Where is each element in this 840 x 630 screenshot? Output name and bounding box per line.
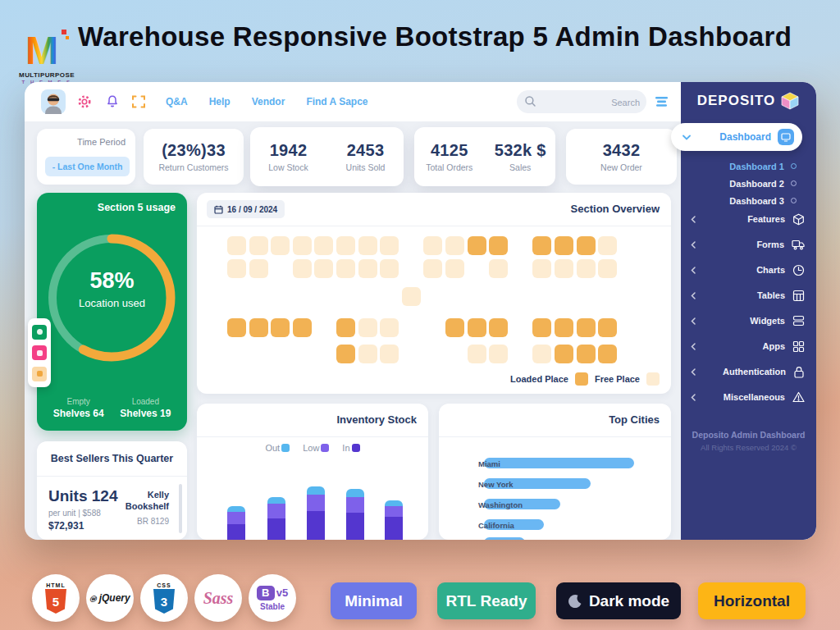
sidebar-item-charts[interactable]: Charts xyxy=(681,258,816,282)
grid-cell-free xyxy=(336,236,355,255)
dashboard-3-label: Dashboard 3 xyxy=(729,196,784,206)
inventory-segment-low xyxy=(385,506,403,517)
menu-lines-icon[interactable] xyxy=(655,96,669,107)
orders-sales-card: 4125 Total Orders 532k $ Sales xyxy=(414,127,555,186)
search-box xyxy=(517,90,646,113)
sidebar-item-forms[interactable]: Forms xyxy=(681,232,816,257)
grid-cell-loaded xyxy=(227,318,246,337)
inventory-segment-low xyxy=(346,497,364,513)
features-label: Features xyxy=(703,214,785,224)
sidebar-item-authentication[interactable]: Authentication xyxy=(681,359,816,384)
divider xyxy=(37,476,187,477)
sidebar-item-dashboard[interactable]: Dashboard xyxy=(671,123,802,151)
city-label: Dallas xyxy=(478,539,501,540)
apps-grid-icon xyxy=(792,340,805,353)
grid-cell-loaded xyxy=(271,318,290,337)
warning-triangle-icon xyxy=(792,391,805,403)
dark-mode-button[interactable]: Dark mode xyxy=(556,582,681,619)
grid-cell-loaded xyxy=(577,236,596,255)
loaded-label: Loaded xyxy=(120,397,171,406)
dashboard-2-label: Dashboard 2 xyxy=(729,179,784,189)
inventory-bar xyxy=(227,506,245,540)
jquery-logo: ⓦ jQuery xyxy=(89,592,130,604)
sidebar-item-dashboard-1[interactable]: Dashboard 1 xyxy=(681,158,816,175)
page-title: Warehouse Responsive Bootstrap 5 Admin D… xyxy=(78,21,792,52)
date-picker[interactable]: 16 / 09 / 2024 xyxy=(207,200,285,218)
rtl-ready-button[interactable]: RTL Ready xyxy=(437,582,536,619)
pink-tool-button[interactable] xyxy=(32,345,47,360)
lock-icon xyxy=(793,366,805,378)
grid-cell-free xyxy=(358,345,377,363)
grid-cell-free xyxy=(380,345,399,363)
nav-link-vendor[interactable]: Vendor xyxy=(252,96,285,107)
grid-cell-free xyxy=(445,236,464,255)
grid-cell-loaded xyxy=(598,345,617,363)
grid-cell-loaded xyxy=(577,318,596,337)
chevron-left-icon xyxy=(691,317,696,325)
sidebar-item-tables[interactable]: Tables xyxy=(681,283,816,308)
theme-mini-toolbar xyxy=(28,318,51,387)
notifications-bell-icon[interactable] xyxy=(105,94,120,109)
city-bar xyxy=(484,458,634,468)
legend-free-swatch xyxy=(646,372,660,386)
overview-legend: Loaded Place Free Place xyxy=(510,372,660,386)
sidebar-item-dashboard-2[interactable]: Dashboard 2 xyxy=(681,175,816,192)
date-text: 16 / 09 / 2024 xyxy=(227,205,277,214)
best-sellers-panel: Best Sellers This Quarter Units 124 per … xyxy=(37,441,187,540)
chevron-left-icon xyxy=(691,343,696,350)
grid-cell-loaded xyxy=(598,318,617,337)
grid-cell-free xyxy=(358,259,377,278)
grid-cell-free xyxy=(227,236,246,255)
sidebar-dashboard-label: Dashboard xyxy=(691,131,778,143)
nav-link-qa[interactable]: Q&A xyxy=(166,96,188,107)
grid-cell-free xyxy=(380,259,399,278)
bullet-icon xyxy=(791,198,797,203)
green-tool-button[interactable] xyxy=(32,325,47,340)
grid-cell-loaded xyxy=(489,236,508,255)
fullscreen-icon[interactable] xyxy=(131,94,146,109)
horizontal-button[interactable]: Horizontal xyxy=(698,582,806,619)
sidebar-item-widgets[interactable]: Widgets xyxy=(681,308,816,333)
grid-cell-free xyxy=(271,236,290,255)
avatar[interactable] xyxy=(41,89,66,117)
low-stock-value: 1942 xyxy=(250,141,326,160)
location-used-percent: 58% xyxy=(89,268,134,294)
inventory-bar xyxy=(385,500,403,540)
inventory-segment-in xyxy=(346,513,364,540)
page: M MULTIPURPOSE T H E M E S Warehouse Res… xyxy=(0,0,840,630)
inventory-segment-in xyxy=(227,524,245,540)
dashboard-1-label: Dashboard 1 xyxy=(729,162,784,171)
orange-tool-button[interactable] xyxy=(32,367,47,381)
grid-cell-free xyxy=(314,259,333,278)
grid-cell-free xyxy=(380,236,399,255)
search-input[interactable] xyxy=(541,90,641,115)
legend-loaded-swatch xyxy=(575,372,588,386)
sidebar-item-features[interactable]: Features xyxy=(681,207,816,231)
best-sellers-product: Kelly Bookshelf xyxy=(112,489,169,513)
charts-label: Charts xyxy=(703,265,785,275)
nav-link-help[interactable]: Help xyxy=(209,96,231,107)
sidebar-item-apps[interactable]: Apps xyxy=(681,334,816,358)
minimal-button[interactable]: Minimal xyxy=(331,582,417,619)
bootstrap-stable: Stable xyxy=(260,602,285,611)
city-label: New York xyxy=(478,480,513,489)
css3-text: CSS xyxy=(157,582,171,588)
best-sellers-total: $72,931 xyxy=(48,520,84,532)
nav-link-find-a-sapce[interactable]: Find A Sapce xyxy=(306,96,368,107)
top-navbar: Q&A Help Vendor Find A Sapce xyxy=(25,82,681,121)
tables-label: Tables xyxy=(703,290,785,300)
sidebar-item-miscellaneous[interactable]: Miscellaneous xyxy=(681,385,816,409)
grid-cell-free xyxy=(358,236,377,255)
jquery-badge: ⓦ jQuery xyxy=(86,574,134,622)
moon-icon xyxy=(568,594,582,609)
time-period-label: Time Period xyxy=(77,137,126,147)
warehouse-grid xyxy=(227,236,637,368)
settings-gear-icon[interactable] xyxy=(77,94,92,109)
grid-cell-free xyxy=(314,236,333,255)
grid-cell-free xyxy=(423,259,442,278)
grid-cell-free xyxy=(402,287,421,306)
scrollbar[interactable] xyxy=(179,484,182,533)
section-usage-card: Section 5 usage 58% Location used Empty … xyxy=(37,193,187,431)
location-used-caption: Location used xyxy=(79,297,145,309)
html5-badge: HTML 5 xyxy=(32,574,80,622)
